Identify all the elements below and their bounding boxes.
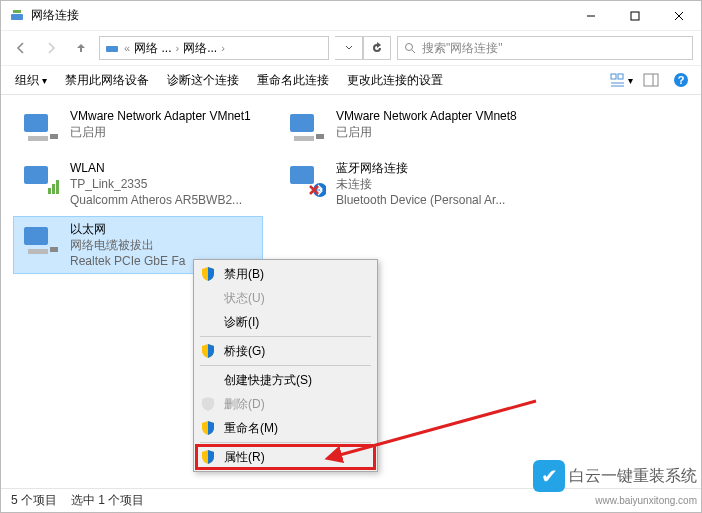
ctx-properties[interactable]: 属性(R) — [196, 445, 375, 469]
adapter-status: 已启用 — [70, 124, 251, 140]
svg-point-7 — [406, 44, 413, 51]
svg-rect-13 — [644, 74, 658, 86]
svg-text:?: ? — [678, 74, 685, 86]
svg-line-8 — [412, 50, 415, 53]
search-input[interactable]: 搜索"网络连接" — [397, 36, 693, 60]
svg-rect-30 — [28, 249, 48, 254]
svg-rect-3 — [631, 12, 639, 20]
ctx-separator — [200, 336, 371, 337]
adapter-item-wlan[interactable]: WLAN TP_Link_2335 Qualcomm Atheros AR5BW… — [13, 155, 263, 214]
ctx-shortcut[interactable]: 创建快捷方式(S) — [196, 368, 375, 392]
breadcrumb-dropdown[interactable] — [335, 36, 363, 60]
shield-icon — [200, 449, 216, 465]
adapter-name: VMware Network Adapter VMnet8 — [336, 108, 517, 124]
adapter-name: WLAN — [70, 160, 242, 176]
svg-rect-10 — [618, 74, 623, 79]
adapter-name: 以太网 — [70, 221, 185, 237]
titlebar: 网络连接 — [1, 1, 701, 31]
svg-rect-26 — [56, 180, 59, 194]
window-title: 网络连接 — [31, 7, 79, 24]
adapter-icon — [284, 160, 328, 200]
shield-icon — [200, 266, 216, 282]
up-button[interactable] — [69, 36, 93, 60]
adapter-item-vmnet1[interactable]: VMware Network Adapter VMnet1 已启用 — [13, 103, 263, 153]
breadcrumb-bar[interactable]: « 网络 ... › 网络... › — [99, 36, 329, 60]
diagnose-button[interactable]: 诊断这个连接 — [159, 69, 247, 92]
ctx-disable[interactable]: 禁用(B) — [196, 262, 375, 286]
svg-rect-1 — [13, 10, 21, 13]
rename-button[interactable]: 重命名此连接 — [249, 69, 337, 92]
item-count: 5 个项目 — [11, 492, 57, 509]
command-bar: 组织▾ 禁用此网络设备 诊断这个连接 重命名此连接 更改此连接的设置 ▾ ? — [1, 65, 701, 95]
network-icon — [104, 40, 120, 56]
svg-rect-22 — [316, 134, 324, 139]
adapter-device: Qualcomm Atheros AR5BWB2... — [70, 192, 242, 208]
ctx-separator — [200, 442, 371, 443]
svg-rect-31 — [50, 247, 58, 252]
svg-rect-19 — [50, 134, 58, 139]
svg-rect-17 — [24, 114, 48, 132]
adapter-icon — [18, 108, 62, 148]
adapter-status: 未连接 — [336, 176, 505, 192]
statusbar: 5 个项目 选中 1 个项目 — [1, 488, 701, 512]
adapter-name: 蓝牙网络连接 — [336, 160, 505, 176]
search-placeholder: 搜索"网络连接" — [422, 40, 503, 57]
shield-icon — [200, 396, 216, 412]
app-icon — [9, 8, 25, 24]
address-bar: « 网络 ... › 网络... › 搜索"网络连接" — [1, 31, 701, 65]
adapter-item-vmnet8[interactable]: VMware Network Adapter VMnet8 已启用 — [279, 103, 529, 153]
adapter-icon — [284, 108, 328, 148]
close-button[interactable] — [657, 1, 701, 31]
adapter-name: VMware Network Adapter VMnet1 — [70, 108, 251, 124]
organize-menu[interactable]: 组织▾ — [7, 69, 55, 92]
shield-icon — [200, 343, 216, 359]
disable-device-button[interactable]: 禁用此网络设备 — [57, 69, 157, 92]
view-options-button[interactable]: ▾ — [607, 68, 635, 92]
forward-button[interactable] — [39, 36, 63, 60]
maximize-button[interactable] — [613, 1, 657, 31]
ctx-status[interactable]: 状态(U) — [196, 286, 375, 310]
svg-rect-25 — [52, 184, 55, 194]
adapter-status: 已启用 — [336, 124, 517, 140]
breadcrumb-2[interactable]: 网络... — [183, 40, 217, 57]
svg-rect-21 — [294, 136, 314, 141]
ctx-rename[interactable]: 重命名(M) — [196, 416, 375, 440]
svg-rect-23 — [24, 166, 48, 184]
minimize-button[interactable] — [569, 1, 613, 31]
back-button[interactable] — [9, 36, 33, 60]
adapter-icon — [18, 160, 62, 200]
svg-rect-29 — [24, 227, 48, 245]
ctx-separator — [200, 365, 371, 366]
adapter-device: Bluetooth Device (Personal Ar... — [336, 192, 505, 208]
adapter-status: 网络电缆被拔出 — [70, 237, 185, 253]
shield-icon — [200, 420, 216, 436]
svg-rect-24 — [48, 188, 51, 194]
context-menu: 禁用(B) 状态(U) 诊断(I) 桥接(G) 创建快捷方式(S) 删除(D) … — [193, 259, 378, 472]
refresh-button[interactable] — [363, 36, 391, 60]
adapter-device: Realtek PCIe GbE Fa — [70, 253, 185, 269]
ctx-diagnose[interactable]: 诊断(I) — [196, 310, 375, 334]
help-button[interactable]: ? — [667, 68, 695, 92]
svg-rect-20 — [290, 114, 314, 132]
ctx-delete[interactable]: 删除(D) — [196, 392, 375, 416]
svg-rect-27 — [290, 166, 314, 184]
svg-rect-9 — [611, 74, 616, 79]
adapter-icon — [18, 221, 62, 261]
ctx-bridge[interactable]: 桥接(G) — [196, 339, 375, 363]
breadcrumb-1[interactable]: 网络 ... — [134, 40, 171, 57]
svg-rect-0 — [11, 14, 23, 20]
adapter-item-bluetooth[interactable]: 蓝牙网络连接 未连接 Bluetooth Device (Personal Ar… — [279, 155, 529, 214]
svg-rect-6 — [106, 46, 118, 52]
preview-pane-button[interactable] — [637, 68, 665, 92]
selection-count: 选中 1 个项目 — [71, 492, 144, 509]
adapter-network: TP_Link_2335 — [70, 176, 242, 192]
search-icon — [404, 42, 416, 54]
svg-rect-18 — [28, 136, 48, 141]
connection-settings-button[interactable]: 更改此连接的设置 — [339, 69, 451, 92]
